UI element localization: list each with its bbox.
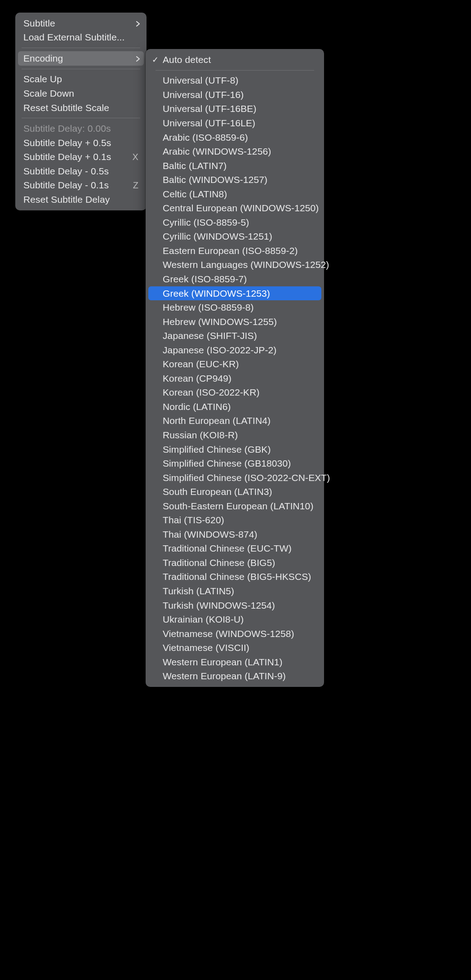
encoding-item[interactable]: Central European (WINDOWS-1250) <box>146 201 324 215</box>
encoding-item[interactable]: Western European (LATIN-9) <box>146 669 324 684</box>
encoding-item[interactable]: Korean (CP949) <box>146 371 324 386</box>
chevron-right-icon <box>136 56 140 61</box>
encoding-item-label: Vietnamese (VISCII) <box>163 642 316 653</box>
encoding-item[interactable]: Japanese (ISO-2022-JP-2) <box>146 343 324 357</box>
encoding-item[interactable]: Hebrew (ISO-8859-8) <box>146 300 324 315</box>
menu-item-label: Subtitle Delay + 0.5s <box>23 138 138 148</box>
encoding-item[interactable]: Arabic (WINDOWS-1256) <box>146 144 324 159</box>
menu-item[interactable]: Scale Up <box>15 72 147 87</box>
encoding-item[interactable]: Thai (TIS-620) <box>146 513 324 528</box>
encoding-item-label: Universal (UTF-16BE) <box>163 103 316 114</box>
encoding-item[interactable]: Cyrillic (ISO-8859-5) <box>146 215 324 230</box>
menu-item[interactable]: Subtitle Delay + 0.1sX <box>15 150 147 164</box>
encoding-item[interactable]: Vietnamese (VISCII) <box>146 641 324 655</box>
encoding-item[interactable]: Western Languages (WINDOWS-1252) <box>146 258 324 272</box>
menu-item-label: Encoding <box>23 53 132 64</box>
encoding-item-label: Arabic (ISO-8859-6) <box>163 132 316 143</box>
menu-item[interactable]: Subtitle Delay - 0.5s <box>15 164 147 178</box>
encoding-item[interactable]: Nordic (LATIN6) <box>146 400 324 414</box>
encoding-item[interactable]: Eastern European (ISO-8859-2) <box>146 244 324 258</box>
encoding-item[interactable]: North European (LATIN4) <box>146 414 324 428</box>
encoding-item[interactable]: Greek (ISO-8859-7) <box>146 272 324 286</box>
encoding-item[interactable]: Simplified Chinese (ISO-2022-CN-EXT) <box>146 471 324 485</box>
encoding-item-label: Nordic (LATIN6) <box>163 401 316 412</box>
encoding-item[interactable]: Western European (LATIN1) <box>146 655 324 669</box>
encoding-item-label: Auto detect <box>163 54 316 65</box>
encoding-item-auto-detect[interactable]: ✓Auto detect <box>146 53 324 67</box>
menu-item-label: Scale Up <box>23 74 138 85</box>
encoding-item[interactable]: Hebrew (WINDOWS-1255) <box>146 315 324 329</box>
menu-item[interactable]: Reset Subtitle Delay <box>15 192 147 207</box>
encoding-item[interactable]: Universal (UTF-16LE) <box>146 116 324 130</box>
encoding-item-label: Vietnamese (WINDOWS-1258) <box>163 628 316 639</box>
encoding-item-label: South European (LATIN3) <box>163 486 316 497</box>
encoding-item[interactable]: Celtic (LATIN8) <box>146 187 324 201</box>
encoding-item[interactable]: Simplified Chinese (GB18030) <box>146 456 324 471</box>
menu-item[interactable]: Encoding <box>18 51 144 66</box>
encoding-item-label: North European (LATIN4) <box>163 415 316 426</box>
encoding-item[interactable]: Universal (UTF-16BE) <box>146 102 324 116</box>
encoding-item[interactable]: Arabic (ISO-8859-6) <box>146 130 324 145</box>
encoding-item-label: South-Eastern European (LATIN10) <box>163 501 316 512</box>
encoding-item[interactable]: South-Eastern European (LATIN10) <box>146 499 324 513</box>
encoding-item-label: Western Languages (WINDOWS-1252) <box>163 259 329 270</box>
encoding-submenu[interactable]: ✓Auto detectUniversal (UTF-8)Universal (… <box>146 49 324 687</box>
menu-divider <box>22 69 140 69</box>
encoding-item-label: Hebrew (ISO-8859-8) <box>163 302 316 313</box>
encoding-item-label: Greek (ISO-8859-7) <box>163 274 316 285</box>
menu-item[interactable]: Reset Subtitle Scale <box>15 101 147 115</box>
encoding-item[interactable]: Traditional Chinese (EUC-TW) <box>146 542 324 556</box>
encoding-item[interactable]: Traditional Chinese (BIG5) <box>146 556 324 570</box>
encoding-item-label: Thai (TIS-620) <box>163 515 316 526</box>
encoding-item-label: Simplified Chinese (GBK) <box>163 444 316 455</box>
encoding-item-label: Turkish (WINDOWS-1254) <box>163 600 316 611</box>
menu-item[interactable]: Subtitle Delay - 0.1sZ <box>15 178 147 192</box>
encoding-item[interactable]: Universal (UTF-16) <box>146 88 324 102</box>
encoding-item[interactable]: Traditional Chinese (BIG5-HKSCS) <box>146 570 324 584</box>
subtitle-context-menu[interactable]: SubtitleLoad External Subtitle...Encodin… <box>15 13 147 210</box>
encoding-item[interactable]: Japanese (SHIFT-JIS) <box>146 329 324 343</box>
menu-item-label: Scale Down <box>23 88 138 99</box>
encoding-item-label: Arabic (WINDOWS-1256) <box>163 146 316 157</box>
menu-divider <box>22 48 140 48</box>
encoding-item[interactable]: Ukrainian (KOI8-U) <box>146 612 324 627</box>
encoding-item[interactable]: Baltic (WINDOWS-1257) <box>146 173 324 187</box>
encoding-item-label: Simplified Chinese (GB18030) <box>163 458 316 469</box>
encoding-item-label: Hebrew (WINDOWS-1255) <box>163 316 316 327</box>
menu-item-label: Subtitle Delay + 0.1s <box>23 151 128 162</box>
encoding-item[interactable]: South European (LATIN3) <box>146 485 324 499</box>
encoding-item[interactable]: Korean (ISO-2022-KR) <box>146 386 324 400</box>
menu-item: Subtitle Delay: 0.00s <box>15 121 147 136</box>
encoding-item[interactable]: Baltic (LATIN7) <box>146 159 324 173</box>
menu-item[interactable]: Load External Subtitle... <box>15 31 147 45</box>
menu-item-label: Reset Subtitle Scale <box>23 102 138 113</box>
encoding-item-label: Central European (WINDOWS-1250) <box>163 203 319 214</box>
encoding-item[interactable]: Thai (WINDOWS-874) <box>146 527 324 542</box>
encoding-item-label: Cyrillic (ISO-8859-5) <box>163 217 316 228</box>
encoding-item-label: Celtic (LATIN8) <box>163 189 316 200</box>
encoding-item[interactable]: Cyrillic (WINDOWS-1251) <box>146 230 324 244</box>
encoding-item[interactable]: Vietnamese (WINDOWS-1258) <box>146 627 324 641</box>
encoding-item-label: Korean (CP949) <box>163 373 316 384</box>
menu-item-label: Subtitle Delay - 0.1s <box>23 180 129 191</box>
menu-divider <box>22 118 140 118</box>
encoding-item[interactable]: Russian (KOI8-R) <box>146 428 324 442</box>
encoding-item-label: Japanese (ISO-2022-JP-2) <box>163 345 316 356</box>
menu-item-label: Load External Subtitle... <box>23 32 138 43</box>
menu-item[interactable]: Subtitle <box>15 16 147 31</box>
menu-item-label: Subtitle Delay - 0.5s <box>23 166 138 177</box>
encoding-item[interactable]: Korean (EUC-KR) <box>146 357 324 371</box>
encoding-item-label: Eastern European (ISO-8859-2) <box>163 245 316 256</box>
encoding-item[interactable]: Universal (UTF-8) <box>146 74 324 88</box>
encoding-item[interactable]: Simplified Chinese (GBK) <box>146 442 324 457</box>
menu-item-label: Subtitle Delay: 0.00s <box>23 123 138 134</box>
encoding-item-label: Western European (LATIN1) <box>163 657 316 668</box>
encoding-item-label: Korean (ISO-2022-KR) <box>163 387 316 398</box>
encoding-item[interactable]: Turkish (LATIN5) <box>146 584 324 598</box>
menu-item-shortcut: X <box>133 152 138 162</box>
encoding-item[interactable]: Greek (WINDOWS-1253) <box>148 286 321 301</box>
menu-item[interactable]: Scale Down <box>15 86 147 101</box>
encoding-item[interactable]: Turkish (WINDOWS-1254) <box>146 598 324 613</box>
encoding-item-label: Western European (LATIN-9) <box>163 671 316 682</box>
menu-item[interactable]: Subtitle Delay + 0.5s <box>15 136 147 150</box>
